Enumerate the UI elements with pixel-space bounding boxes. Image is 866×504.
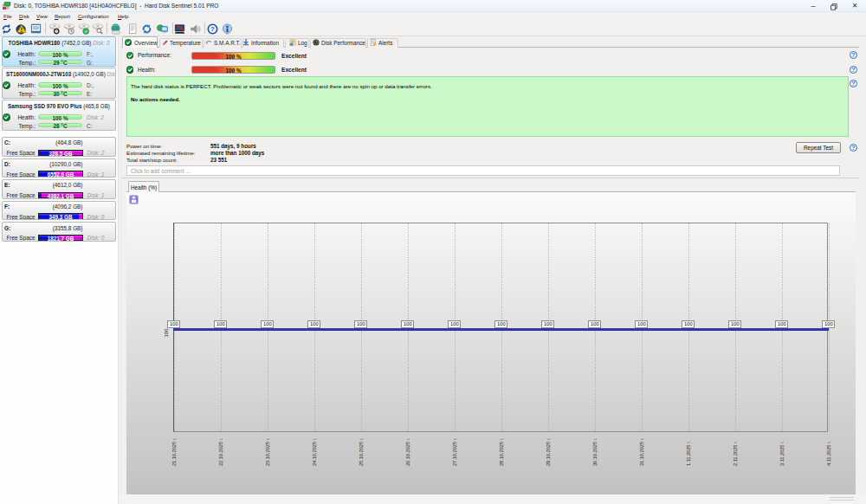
svg-text:?: ? [210,25,215,33]
